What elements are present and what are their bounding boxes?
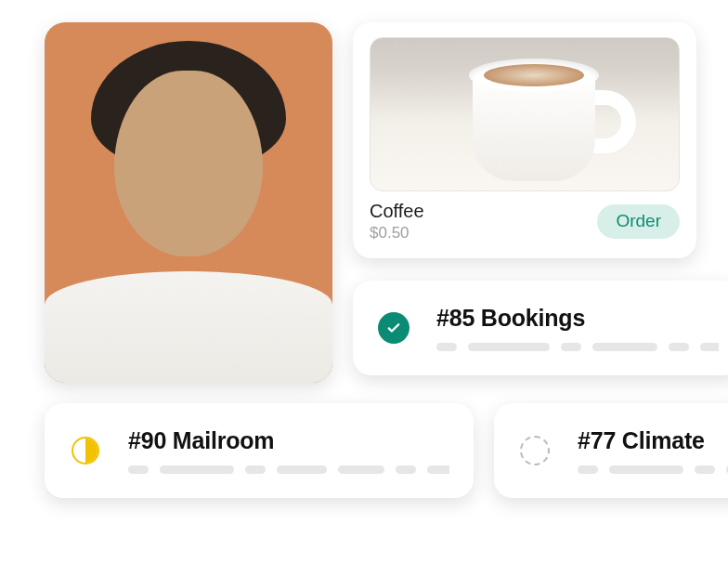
ticket-title: #90 Mailroom bbox=[128, 427, 449, 454]
status-in-progress-icon bbox=[69, 434, 102, 467]
ticket-title: #77 Climate bbox=[578, 427, 728, 454]
ticket-card-mailroom[interactable]: #90 Mailroom bbox=[45, 403, 474, 498]
skeleton-bar bbox=[609, 465, 683, 474]
product-image bbox=[370, 37, 680, 191]
avatar-shirt-shape bbox=[45, 271, 332, 383]
skeleton-row bbox=[128, 465, 449, 474]
skeleton-bar bbox=[468, 343, 550, 351]
skeleton-bar bbox=[427, 465, 449, 474]
cup-coffee-shape bbox=[484, 64, 584, 86]
skeleton-bar bbox=[277, 465, 327, 474]
ticket-title: #85 Bookings bbox=[436, 305, 719, 332]
skeleton-row bbox=[436, 343, 719, 351]
avatar-face-shape bbox=[114, 71, 263, 256]
skeleton-bar bbox=[561, 343, 581, 351]
product-title: Coffee bbox=[370, 201, 424, 222]
skeleton-bar bbox=[700, 343, 719, 351]
skeleton-bar bbox=[695, 465, 715, 474]
skeleton-bar bbox=[436, 343, 457, 351]
skeleton-bar bbox=[578, 465, 598, 474]
profile-photo-card bbox=[45, 22, 332, 383]
ticket-card-climate[interactable]: #77 Climate bbox=[494, 403, 728, 498]
skeleton-bar bbox=[592, 343, 657, 351]
product-price: $0.50 bbox=[370, 224, 424, 242]
skeleton-bar bbox=[396, 465, 416, 474]
status-pending-icon bbox=[518, 434, 552, 467]
status-done-icon bbox=[377, 311, 410, 345]
skeleton-row bbox=[578, 465, 728, 474]
skeleton-bar bbox=[245, 465, 266, 474]
skeleton-bar bbox=[128, 465, 149, 474]
ticket-card-bookings[interactable]: #85 Bookings bbox=[353, 281, 728, 375]
order-button[interactable]: Order bbox=[597, 204, 680, 239]
skeleton-bar bbox=[160, 465, 234, 474]
skeleton-bar bbox=[669, 343, 689, 351]
product-card: Coffee $0.50 Order bbox=[353, 22, 696, 258]
skeleton-bar bbox=[338, 465, 384, 474]
